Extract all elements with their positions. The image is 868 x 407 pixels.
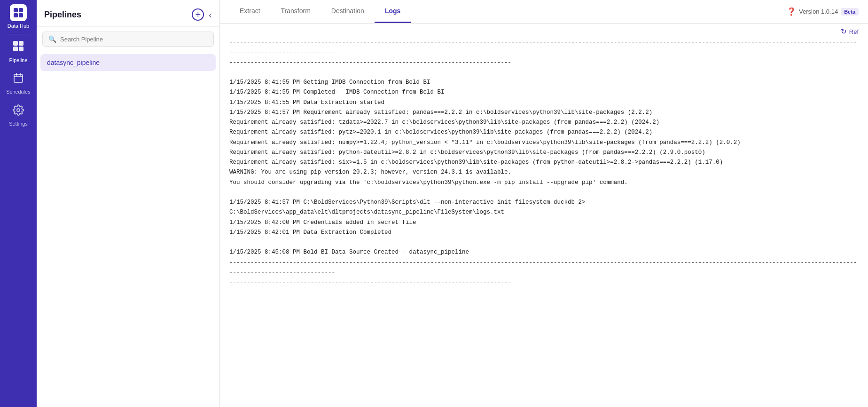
svg-rect-8 bbox=[14, 74, 23, 82]
refresh-button[interactable]: ↻ Ref bbox=[841, 27, 859, 36]
left-panel-header: Pipelines + ‹ bbox=[37, 0, 219, 27]
collapse-icon: ‹ bbox=[209, 9, 212, 20]
tab-bar: Extract Transform Destination Logs ❓ Ver… bbox=[220, 0, 868, 24]
schedules-icon bbox=[13, 72, 24, 87]
sidebar-logo[interactable]: Data Hub bbox=[0, 0, 37, 33]
refresh-bar: ↻ Ref bbox=[229, 24, 859, 38]
refresh-label: Ref bbox=[849, 28, 859, 35]
svg-rect-5 bbox=[19, 41, 23, 46]
log-area[interactable]: ↻ Ref ----------------------------------… bbox=[220, 24, 868, 407]
tab-extract[interactable]: Extract bbox=[229, 0, 271, 23]
svg-rect-6 bbox=[13, 47, 18, 51]
sidebar-item-settings[interactable]: Settings bbox=[0, 99, 37, 131]
main-content: Extract Transform Destination Logs ❓ Ver… bbox=[220, 0, 868, 407]
help-icon: ❓ bbox=[787, 7, 796, 16]
svg-rect-3 bbox=[19, 13, 23, 17]
search-icon: 🔍 bbox=[48, 35, 56, 43]
tab-destination[interactable]: Destination bbox=[321, 0, 375, 23]
version-label: Version 1.0.14 bbox=[799, 8, 838, 15]
left-panel-actions: + ‹ bbox=[192, 8, 212, 21]
svg-point-12 bbox=[17, 109, 20, 112]
left-panel-title: Pipelines bbox=[44, 10, 81, 20]
sidebar: Data Hub Pipeline Schedules bbox=[0, 0, 37, 407]
sidebar-item-settings-label: Settings bbox=[9, 121, 28, 127]
pipeline-item-label: datasync_pipeline bbox=[47, 59, 100, 66]
tab-logs[interactable]: Logs bbox=[375, 0, 411, 23]
settings-icon bbox=[13, 104, 24, 119]
pipeline-icon bbox=[12, 40, 24, 55]
sidebar-divider-1 bbox=[7, 34, 30, 34]
log-content: ----------------------------------------… bbox=[229, 38, 859, 287]
left-panel: Pipelines + ‹ 🔍 datasync_pipeline bbox=[37, 0, 220, 407]
version-info: ❓ Version 1.0.14 Beta bbox=[787, 7, 859, 16]
svg-rect-2 bbox=[14, 13, 18, 17]
collapse-panel-button[interactable]: ‹ bbox=[209, 9, 212, 20]
sidebar-item-schedules-label: Schedules bbox=[6, 89, 30, 95]
sidebar-item-pipeline-label: Pipeline bbox=[9, 57, 27, 63]
sidebar-logo-label: Data Hub bbox=[8, 23, 29, 29]
svg-rect-0 bbox=[14, 8, 18, 12]
search-box: 🔍 bbox=[42, 32, 214, 47]
svg-rect-4 bbox=[13, 41, 18, 46]
tab-transform[interactable]: Transform bbox=[271, 0, 321, 23]
search-input[interactable] bbox=[60, 36, 208, 43]
svg-rect-7 bbox=[19, 47, 23, 51]
sidebar-item-pipeline[interactable]: Pipeline bbox=[0, 35, 37, 67]
pipeline-item-datasync[interactable]: datasync_pipeline bbox=[40, 54, 216, 71]
add-icon: + bbox=[195, 9, 201, 20]
sidebar-item-schedules[interactable]: Schedules bbox=[0, 67, 37, 99]
beta-badge: Beta bbox=[841, 8, 859, 16]
pipeline-list: datasync_pipeline bbox=[37, 51, 219, 74]
svg-rect-1 bbox=[19, 8, 23, 12]
add-pipeline-button[interactable]: + bbox=[192, 8, 204, 21]
refresh-icon: ↻ bbox=[841, 27, 847, 36]
datahub-logo-icon bbox=[10, 4, 27, 21]
